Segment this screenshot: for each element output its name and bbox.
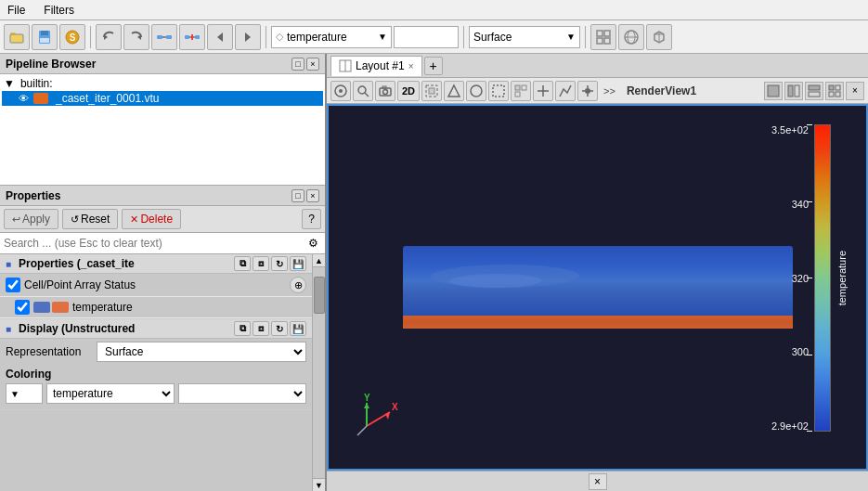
delete-icon: ✕ [130,213,138,226]
section2-save-icon[interactable]: 💾 [290,321,306,336]
properties-panel: Properties □ × ↩ Apply ↺ Reset ✕ De [0,186,325,491]
svg-rect-23 [604,38,610,44]
tab-layout1-close[interactable]: × [408,61,414,71]
section1-save-icon[interactable]: 💾 [290,256,306,271]
sphere-icon[interactable] [618,24,644,50]
tick1 [807,124,812,125]
tree-item-builtin[interactable]: ▼ builtin: [2,76,323,91]
scrollbar-thumb[interactable] [314,277,325,314]
search-input[interactable] [4,237,304,250]
view-2d-button[interactable]: 2D [397,81,420,101]
view-select-icon[interactable] [421,81,442,101]
section-properties-header[interactable]: ■ Properties (_caset_ite ⧉ ⧈ ↻ 💾 [0,254,312,274]
single-layout-icon[interactable] [764,82,783,100]
coloring-extra-select[interactable] [178,383,306,404]
svg-marker-64 [385,412,390,420]
section1-paste-icon[interactable]: ⧈ [253,256,269,271]
temperature-icon1 [33,302,50,313]
view-select3-icon[interactable] [466,81,486,101]
apply-button[interactable]: ↩ Apply [4,209,58,229]
grid-icon[interactable] [590,24,616,50]
render-area[interactable]: 3.5e+02 340 320 300 2.9e+02 temperature [327,104,868,471]
properties-close[interactable]: × [306,189,319,202]
coloring-field-select[interactable]: temperature [46,383,175,404]
menu-file[interactable]: File [4,2,29,19]
close-view-icon[interactable]: × [846,82,864,100]
help-button[interactable]: ? [302,209,321,229]
svg-rect-60 [836,85,840,90]
properties-title: Properties [6,189,60,202]
svg-marker-8 [104,34,108,40]
undo-icon[interactable] [96,24,122,50]
section2-paste-icon[interactable]: ⧈ [253,321,269,336]
axis-svg: X Y [353,394,399,440]
reset-button[interactable]: ↺ Reset [62,209,118,229]
view-camera-icon[interactable] [375,81,395,101]
array-status-info-icon[interactable]: ⊕ [290,277,306,293]
prev-icon[interactable] [207,24,233,50]
add-tab-button[interactable]: + [424,57,443,75]
pipeline-browser-header: Pipeline Browser □ × [0,54,325,74]
view-pick-icon[interactable] [533,81,553,101]
cell-point-array-label: Cell/Point Array Status [24,278,136,291]
view-select4-icon[interactable] [488,81,509,101]
representation-select[interactable]: Surface [97,342,306,362]
section1-copy-icon[interactable]: ⧉ [234,256,251,271]
delete-button[interactable]: ✕ Delete [122,209,181,229]
scrollbar-down-btn[interactable]: ▼ [313,478,326,491]
svg-rect-22 [597,38,602,44]
redo-icon[interactable] [123,24,149,50]
svg-rect-21 [604,31,610,36]
view-pick3-icon[interactable] [577,81,598,101]
mesh-body [403,246,793,316]
axis-gizmo: X Y [353,394,399,443]
pipeline-browser-close[interactable]: × [306,58,319,71]
section1-actions: ⧉ ⧈ ↻ 💾 [234,256,306,271]
view-reset-icon[interactable] [330,81,351,101]
script-icon[interactable]: S [59,24,85,50]
temperature-icon2 [52,302,69,313]
search-settings-icon[interactable]: ⚙ [304,235,321,252]
save-icon[interactable] [32,24,58,50]
temperature-checkbox[interactable] [15,300,30,315]
tree-item-file[interactable]: 👁 _caset_iter_0001.vtu [2,91,323,106]
quad-layout-icon[interactable] [825,82,844,100]
section2-copy-icon[interactable]: ⧉ [234,321,251,336]
section1-title: Properties (_caset_ite [19,257,135,270]
svg-rect-13 [185,35,189,39]
split-v-layout-icon[interactable] [784,82,803,100]
pipeline-browser-collapse[interactable]: □ [291,58,304,71]
representation-dropdown[interactable]: Surface ▼ [469,26,580,48]
variable-dropdown[interactable]: ◇ temperature ▼ [271,26,392,48]
menu-filters[interactable]: Filters [40,2,78,19]
scrollbar-track[interactable] [313,267,326,478]
cube-icon[interactable] [646,24,672,50]
variable-input[interactable] [394,26,459,48]
next-icon[interactable] [235,24,261,50]
disconnect-icon[interactable] [179,24,205,50]
svg-rect-62 [836,92,840,97]
view-zoom-icon[interactable] [353,81,373,101]
svg-rect-46 [515,92,520,97]
eye-icon[interactable]: 👁 [17,92,30,105]
svg-marker-19 [245,32,251,42]
temperature-row: temperature [0,297,312,318]
cell-point-array-checkbox[interactable] [6,278,20,292]
connect-icon[interactable] [151,24,177,50]
scrollbar-up-btn[interactable]: ▲ [313,254,326,267]
view-pick2-icon[interactable] [555,81,576,101]
properties-collapse[interactable]: □ [291,189,304,202]
section2-refresh-icon[interactable]: ↻ [271,321,288,336]
open-icon[interactable] [4,24,30,50]
close-bottom-icon[interactable]: × [589,473,607,490]
coloring-type-dropdown[interactable]: ▼ [6,383,43,404]
svg-rect-59 [829,85,834,90]
split-h-layout-icon[interactable] [805,82,823,100]
view-select2-icon[interactable] [444,81,464,101]
coloring-label-row: Coloring [6,368,306,381]
section1-refresh-icon[interactable]: ↻ [271,256,288,271]
section-display-header[interactable]: ■ Display (Unstructured ⧉ ⧈ ↻ 💾 [0,319,312,339]
tick2 [807,201,812,202]
view-select5-icon[interactable] [511,81,531,101]
tab-layout1[interactable]: Layout #1 × [330,56,422,76]
